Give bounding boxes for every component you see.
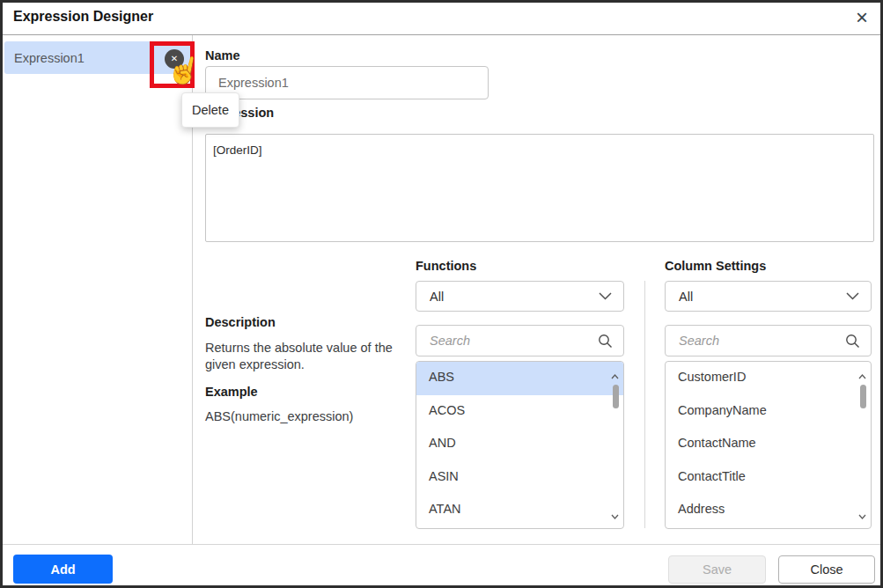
function-list-item[interactable]: ASIN: [416, 461, 623, 495]
scrollbar-thumb[interactable]: [860, 385, 866, 408]
functions-search-box: [416, 325, 624, 356]
cursor-hand-icon: ☝: [165, 50, 205, 89]
functions-category-value: All: [416, 290, 599, 304]
column-list-item[interactable]: CustomerID: [666, 362, 871, 395]
function-list-item[interactable]: ABS: [416, 362, 623, 395]
scroll-down-icon[interactable]: [858, 507, 866, 523]
description-text: Returns the absolute value of the given …: [205, 340, 411, 373]
example-label: Example: [205, 385, 258, 399]
delete-tooltip: Delete: [181, 92, 239, 128]
scroll-down-icon[interactable]: [611, 507, 619, 523]
footer-divider: [3, 544, 880, 545]
functions-category-select[interactable]: All: [416, 281, 624, 312]
expression-designer-dialog: Expression Designer × Expression1 ✕ ☝ De…: [0, 0, 883, 588]
columns-scrollbar: [856, 364, 869, 526]
scroll-up-icon[interactable]: [611, 367, 619, 383]
panel-divider: [644, 281, 645, 528]
column-settings-label: Column Settings: [665, 259, 766, 273]
column-list-item[interactable]: ContactTitle: [666, 461, 871, 495]
name-label: Name: [205, 48, 240, 62]
sidebar-item-label: Expression1: [4, 51, 85, 65]
function-list-item[interactable]: ATAN: [416, 494, 623, 527]
save-button[interactable]: Save: [668, 555, 766, 584]
chevron-down-icon: [846, 292, 871, 300]
chevron-down-icon: [599, 292, 623, 300]
columns-category-select[interactable]: All: [665, 281, 872, 312]
functions-scrollbar: [608, 364, 622, 526]
functions-label: Functions: [416, 259, 476, 273]
columns-category-value: All: [666, 290, 846, 304]
column-list-item[interactable]: Address: [666, 494, 871, 527]
add-button[interactable]: Add: [13, 555, 113, 584]
expression-editor[interactable]: [OrderID]: [205, 134, 874, 242]
example-text: ABS(numeric_expression): [205, 409, 353, 423]
functions-search-input[interactable]: [416, 334, 598, 348]
close-button[interactable]: Close: [778, 555, 875, 584]
search-icon: [845, 334, 871, 349]
columns-search-box: [665, 325, 872, 356]
scrollbar-thumb[interactable]: [613, 385, 619, 408]
title-divider: [3, 34, 880, 35]
function-list-item[interactable]: ACOS: [416, 395, 623, 429]
delete-tooltip-label: Delete: [192, 103, 229, 117]
name-input[interactable]: [205, 66, 489, 99]
function-list-item[interactable]: AND: [416, 428, 623, 461]
columns-search-input[interactable]: [666, 334, 845, 348]
column-list-item[interactable]: ContactName: [666, 428, 871, 461]
scroll-up-icon[interactable]: [858, 367, 866, 383]
column-list-item[interactable]: CompanyName: [666, 395, 871, 429]
search-icon: [598, 334, 623, 349]
close-icon[interactable]: ×: [850, 4, 873, 31]
functions-list: ABSACOSANDASINATAN: [416, 361, 624, 529]
description-label: Description: [205, 315, 276, 329]
columns-list: CustomerIDCompanyNameContactNameContactT…: [665, 361, 872, 529]
page-title: Expression Designer: [13, 9, 153, 25]
